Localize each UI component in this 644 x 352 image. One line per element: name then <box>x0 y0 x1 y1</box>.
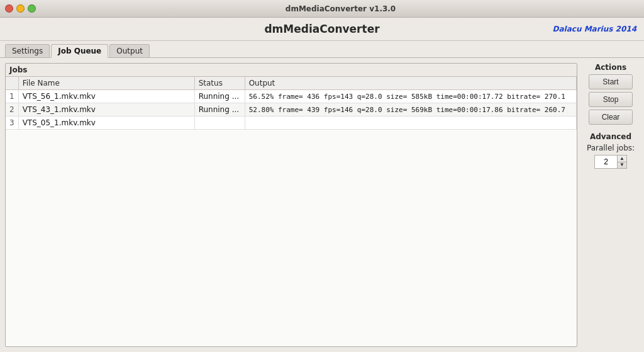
col-filename-header: File Name <box>18 77 194 90</box>
table-header-row: File Name Status Output <box>6 77 577 90</box>
row2-num: 2 <box>6 103 18 116</box>
close-button[interactable] <box>5 4 13 13</box>
jobs-table: File Name Status Output 1 VTS_56_1.mkv.m… <box>6 77 577 130</box>
titlebar: dmMediaConverter v1.3.0 <box>0 0 644 18</box>
jobs-panel: Jobs File Name Status Output 1 <box>5 63 577 347</box>
parallel-jobs-label: Parallel jobs: <box>582 144 639 152</box>
col-status-header: Status <box>194 77 245 90</box>
row1-filename: VTS_56_1.mkv.mkv <box>18 90 194 103</box>
parallel-jobs-input[interactable] <box>594 155 617 169</box>
tab-jobqueue[interactable]: Job Queue <box>51 44 108 58</box>
spinner-arrows[interactable]: ▲ ▼ <box>617 155 627 169</box>
table-row[interactable]: 3 VTS_05_1.mkv.mkv <box>6 116 577 130</box>
row3-output <box>245 116 576 130</box>
row2-status: Running ... <box>194 103 245 116</box>
row1-num: 1 <box>6 90 18 103</box>
minimize-button[interactable] <box>16 4 25 13</box>
row3-filename: VTS_05_1.mkv.mkv <box>18 116 194 130</box>
advanced-label: Advanced <box>582 132 639 141</box>
jobs-label: Jobs <box>6 64 577 77</box>
parallel-jobs-spinner[interactable]: ▲ ▼ <box>582 155 639 169</box>
start-button[interactable]: Start <box>589 74 633 89</box>
spinner-up-button[interactable]: ▲ <box>618 156 626 162</box>
tabs-bar: Settings Job Queue Output <box>0 41 644 58</box>
clear-button[interactable]: Clear <box>589 110 633 125</box>
row2-output: 52.80% frame= 439 fps=146 q=28.0 size= 5… <box>245 103 576 116</box>
maximize-button[interactable] <box>28 4 36 13</box>
row1-status: Running ... <box>194 90 245 103</box>
tab-output[interactable]: Output <box>109 44 150 57</box>
author-label: Dalacu Marius 2014 <box>553 25 636 33</box>
stop-button[interactable]: Stop <box>589 92 633 107</box>
app-header: dmMediaConverter Dalacu Marius 2014 <box>0 18 644 41</box>
row3-status <box>194 116 245 130</box>
app-title: dmMediaConverter <box>264 23 379 35</box>
row3-num: 3 <box>6 116 18 130</box>
actions-label: Actions <box>582 63 639 72</box>
spinner-down-button[interactable]: ▼ <box>618 162 626 169</box>
table-row[interactable]: 1 VTS_56_1.mkv.mkv Running ... 56.52% fr… <box>6 90 577 103</box>
row2-filename: VTS_43_1.mkv.mkv <box>18 103 194 116</box>
window-title: dmMediaConverter v1.3.0 <box>42 4 639 13</box>
actions-panel: Actions Start Stop Clear Advanced Parall… <box>582 63 639 347</box>
col-output-header: Output <box>245 77 576 90</box>
row1-output: 56.52% frame= 436 fps=143 q=28.0 size= 5… <box>245 90 576 103</box>
content-area: Jobs File Name Status Output 1 <box>0 58 644 352</box>
jobs-table-scroll[interactable]: File Name Status Output 1 VTS_56_1.mkv.m… <box>6 77 577 346</box>
app-container: dmMediaConverter Dalacu Marius 2014 Sett… <box>0 18 644 352</box>
table-row[interactable]: 2 VTS_43_1.mkv.mkv Running ... 52.80% fr… <box>6 103 577 116</box>
tab-settings[interactable]: Settings <box>5 44 50 57</box>
window-controls[interactable] <box>5 4 36 13</box>
col-num-header <box>6 77 18 90</box>
